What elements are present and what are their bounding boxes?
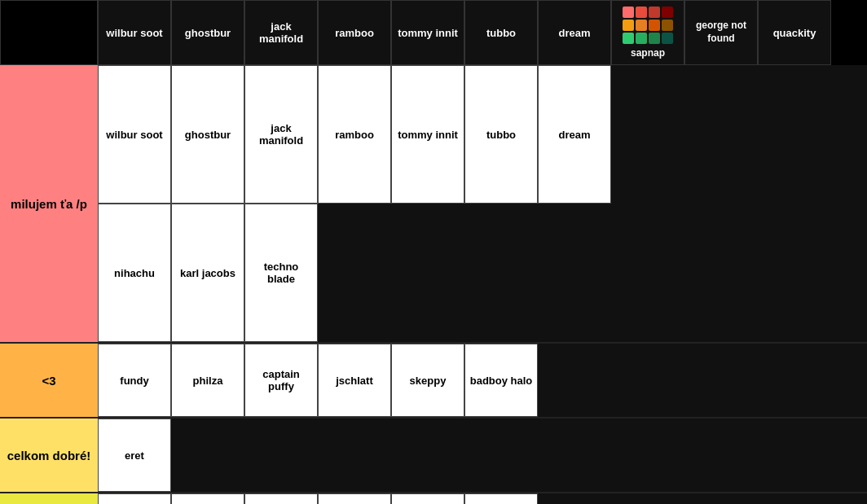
tier-label-s: milujem ťa /p [0,65,98,342]
tier-cell-wilbur: wilbur soot [98,65,171,204]
empty-space-c [538,493,867,504]
header-jack: jack manifold [244,0,318,65]
tier-cell-lazar: lazar beam [244,493,318,504]
header-spacer [0,0,98,65]
tier-cell-ghostbur: ghostbur [171,65,244,204]
color-dot [649,33,660,44]
tier-row-c: zlaté médium antfrost awesam dude lazar … [0,493,867,504]
tier-cell-techno: techno blade [244,204,318,342]
tier-cell-dream: dream [538,65,611,204]
tier-row-b: celkom dobré! eret [0,419,867,493]
color-dot [636,7,647,18]
tier-cell-purpled: purpled [464,493,538,504]
color-dot [662,33,673,44]
color-dot [623,20,634,31]
tier-cell-ramboo: ramboo [318,65,391,204]
tier-cell-fundy: fundy [98,344,171,417]
header-sapnap: sapnap [611,0,684,65]
color-dot [623,33,634,44]
color-dot [623,7,634,18]
tier-row-s: milujem ťa /p wilbur soot ghostbur jack … [0,65,867,344]
tier-label-b: celkom dobré! [0,419,98,492]
header-ramboo: ramboo [318,0,391,65]
tier-cell-captain-puffy: captain puffy [244,344,318,417]
color-grid [623,7,673,44]
color-dot [649,20,660,31]
tier-cell-awesam: awesam dude [171,493,244,504]
header-row: wilbur soot ghostbur jack manifold rambo… [0,0,867,65]
empty-space-b [171,419,867,492]
color-dot [636,33,647,44]
tier-label-a: <3 [0,344,98,417]
empty-space-s1 [611,65,867,204]
tier-content-a: fundy philza captain puffy jschlatt skep… [98,344,867,417]
header-tommy: tommy innit [391,0,464,65]
tier-label-c: zlaté médium [0,493,98,504]
color-dot [636,20,647,31]
tier-cell-eret: eret [98,419,171,492]
tier-row-s-2: nihachu karl jacobs techno blade [98,204,867,342]
tier-content-s: wilbur soot ghostbur jack manifold rambo… [98,65,867,342]
empty-space-a [538,344,867,417]
tier-row-a: <3 fundy philza captain puffy jschlatt s… [0,344,867,419]
tier-row-s-1: wilbur soot ghostbur jack manifold rambo… [98,65,867,204]
tier-cell-nihachu: nihachu [98,204,171,342]
tier-cell-tommy: tommy innit [391,65,464,204]
empty-space-s2 [318,204,867,342]
tier-cell-tubbo: tubbo [464,65,538,204]
header-wilbur: wilbur soot [98,0,171,65]
tier-cell-punz: punz [391,493,464,504]
tier-content-c: antfrost awesam dude lazar beam ponk pun… [98,493,867,504]
header-tubbo: tubbo [464,0,538,65]
tier-list: wilbur soot ghostbur jack manifold rambo… [0,0,867,504]
color-dot [662,20,673,31]
tier-cell-jack: jack manifold [244,65,318,204]
header-quackity: quackity [758,0,831,65]
header-george: george not found [684,0,758,65]
tier-cell-badboy: badboy halo [464,344,538,417]
tier-cell-antfrost: antfrost [98,493,171,504]
tier-cell-karl: karl jacobs [171,204,244,342]
color-dot [662,7,673,18]
header-sapnap-label: sapnap [631,47,665,59]
tier-cell-philza: philza [171,344,244,417]
tier-cell-ponk: ponk [318,493,391,504]
tier-cell-jschlatt: jschlatt [318,344,391,417]
header-dream: dream [538,0,611,65]
header-ghostbur: ghostbur [171,0,244,65]
tier-content-b: eret [98,419,867,492]
color-dot [649,7,660,18]
tier-cell-skeppy: skeppy [391,344,464,417]
